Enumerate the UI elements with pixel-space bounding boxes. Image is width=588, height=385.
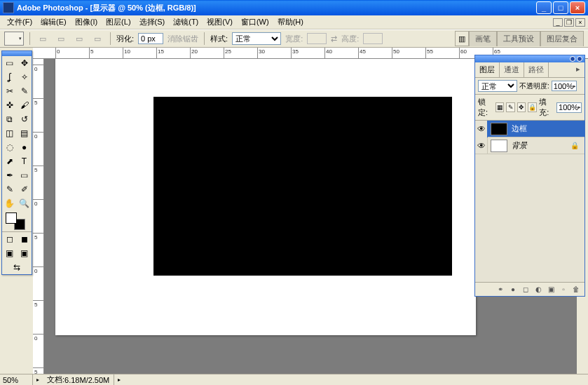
tab-channels[interactable]: 通道 bbox=[500, 62, 524, 77]
notes-tool[interactable]: ✎ bbox=[2, 182, 17, 196]
history-brush-tool[interactable]: ↺ bbox=[17, 112, 32, 126]
dock-tab-brushes[interactable]: 画笔 bbox=[469, 31, 497, 46]
visibility-toggle-icon[interactable]: 👁 bbox=[475, 121, 488, 137]
swap-wh-icon: ⇄ bbox=[331, 34, 337, 43]
layer-thumbnail[interactable] bbox=[491, 123, 507, 135]
pen-tool[interactable]: ✒ bbox=[2, 168, 17, 182]
shape-tool[interactable]: ▭ bbox=[17, 168, 32, 182]
layer-name[interactable]: 边框 bbox=[510, 123, 584, 134]
lasso-tool[interactable]: ʆ bbox=[2, 70, 17, 84]
toolbox-grip[interactable] bbox=[2, 51, 32, 56]
options-bar: ▾ ▭ ▭ ▭ ▭ 羽化: 消除锯齿 样式: 正常 宽度: ⇄ 高度: ▥ 画笔… bbox=[0, 29, 588, 48]
standard-mode-icon[interactable]: ◻ bbox=[2, 232, 17, 246]
brush-tool[interactable]: 🖌 bbox=[17, 98, 32, 112]
dock-tab-layercomps[interactable]: 图层复合 bbox=[540, 31, 584, 46]
lock-position-icon[interactable]: ✥ bbox=[517, 102, 526, 112]
status-expand-icon[interactable]: ▸ bbox=[33, 377, 43, 383]
quickmask-mode-icon[interactable]: ◼ bbox=[17, 232, 32, 246]
opacity-label: 不透明度: bbox=[519, 81, 549, 91]
hand-tool[interactable]: ✋ bbox=[2, 196, 17, 210]
layer-row-2[interactable]: 👁 背景 🔒 bbox=[475, 137, 584, 154]
layers-panel-grip[interactable] bbox=[475, 55, 584, 62]
path-select-tool[interactable]: ⬈ bbox=[2, 154, 17, 168]
panel-menu-icon[interactable]: ▸ bbox=[549, 62, 584, 77]
color-swatch[interactable] bbox=[2, 210, 32, 231]
maximize-button[interactable]: □ bbox=[553, 1, 568, 14]
wand-tool[interactable]: ✧ bbox=[17, 70, 32, 84]
layer-thumbnail[interactable] bbox=[491, 140, 507, 152]
menu-help[interactable]: 帮助(H) bbox=[273, 15, 308, 29]
new-selection-icon[interactable]: ▭ bbox=[36, 32, 50, 45]
stamp-tool[interactable]: ⧉ bbox=[2, 112, 17, 126]
fill-input[interactable]: 100%▸ bbox=[556, 102, 582, 113]
blur-tool[interactable]: ◌ bbox=[2, 140, 17, 154]
antialias-checkbox-label: 消除锯齿 bbox=[167, 34, 198, 44]
blend-mode-select[interactable]: 正常 bbox=[478, 80, 517, 92]
doc-close-button[interactable]: × bbox=[575, 18, 585, 27]
menu-layer[interactable]: 图层(L) bbox=[102, 15, 135, 29]
eraser-tool[interactable]: ◫ bbox=[2, 126, 17, 140]
document-info[interactable]: 文档:6.18M/2.50M bbox=[43, 374, 114, 385]
zoom-level[interactable]: 50% bbox=[0, 374, 33, 385]
marquee-tool[interactable]: ▭ bbox=[2, 56, 17, 70]
width-input bbox=[307, 33, 327, 44]
menu-file[interactable]: 文件(F) bbox=[3, 15, 36, 29]
add-selection-icon[interactable]: ▭ bbox=[54, 32, 68, 45]
delete-layer-icon[interactable]: 🗑 bbox=[570, 285, 582, 295]
minimize-button[interactable]: _ bbox=[536, 1, 552, 14]
menu-window[interactable]: 窗口(W) bbox=[237, 15, 273, 29]
feather-input[interactable] bbox=[138, 33, 163, 44]
lock-all-icon[interactable]: 🔒 bbox=[528, 102, 537, 112]
lock-paint-icon[interactable]: ✎ bbox=[506, 102, 514, 112]
doc-window-controls: _ ❐ × bbox=[553, 18, 585, 27]
layer-row-1[interactable]: 👁 边框 bbox=[475, 121, 584, 137]
panel-close-icon[interactable] bbox=[577, 56, 582, 62]
title-bar: Adobe Photoshop - [显示器 @ 50% (边框, RGB/8)… bbox=[0, 0, 588, 15]
panel-minimize-icon[interactable] bbox=[570, 56, 575, 62]
foreground-color[interactable] bbox=[6, 212, 17, 224]
opacity-input[interactable]: 100%▸ bbox=[552, 81, 577, 91]
style-select[interactable]: 正常 bbox=[232, 32, 281, 45]
doc-minimize-button[interactable]: _ bbox=[553, 18, 563, 27]
zoom-tool[interactable]: 🔍 bbox=[17, 196, 32, 210]
intersect-selection-icon[interactable]: ▭ bbox=[90, 32, 104, 45]
feather-label: 羽化: bbox=[116, 34, 134, 44]
layer-name[interactable]: 背景 bbox=[510, 140, 570, 151]
new-group-icon[interactable]: ▣ bbox=[545, 285, 556, 295]
dock-tab-toolpresets[interactable]: 工具预设 bbox=[497, 31, 540, 46]
lock-transparency-icon[interactable]: ▦ bbox=[495, 102, 504, 112]
document-canvas[interactable] bbox=[55, 59, 476, 335]
type-tool[interactable]: T bbox=[17, 154, 32, 168]
eyedropper-tool[interactable]: ✐ bbox=[17, 182, 32, 196]
tab-layers[interactable]: 图层 bbox=[475, 62, 500, 77]
layer-style-icon[interactable]: ● bbox=[507, 285, 519, 295]
crop-tool[interactable]: ✂ bbox=[2, 84, 17, 98]
doc-restore-button[interactable]: ❐ bbox=[564, 18, 574, 27]
status-menu-icon[interactable]: ▸ bbox=[114, 377, 124, 383]
tab-paths[interactable]: 路径 bbox=[524, 62, 549, 77]
menu-edit[interactable]: 编辑(E) bbox=[36, 15, 71, 29]
new-layer-icon[interactable]: ▫ bbox=[558, 285, 569, 295]
layer-mask-icon[interactable]: ◻ bbox=[520, 285, 531, 295]
menu-select[interactable]: 选择(S) bbox=[135, 15, 170, 29]
vertical-ruler: 0505050505 bbox=[33, 59, 44, 374]
palette-well-toggle[interactable]: ▥ bbox=[455, 31, 469, 46]
adjustment-layer-icon[interactable]: ◐ bbox=[533, 285, 544, 295]
gradient-tool[interactable]: ▤ bbox=[17, 126, 32, 140]
screen-mode-1[interactable]: ▣ bbox=[2, 246, 17, 260]
menu-view[interactable]: 视图(V) bbox=[203, 15, 237, 29]
move-tool[interactable]: ✥ bbox=[17, 56, 32, 70]
healing-tool[interactable]: ✜ bbox=[2, 98, 17, 112]
close-button[interactable]: × bbox=[570, 1, 585, 14]
menu-image[interactable]: 图像(I) bbox=[71, 15, 102, 29]
height-label: 高度: bbox=[341, 34, 359, 44]
menu-filter[interactable]: 滤镜(T) bbox=[169, 15, 203, 29]
tool-preset-picker[interactable]: ▾ bbox=[4, 32, 24, 46]
subtract-selection-icon[interactable]: ▭ bbox=[72, 32, 86, 45]
jump-to-imageready[interactable]: ⇆ bbox=[2, 260, 32, 274]
dodge-tool[interactable]: ● bbox=[17, 140, 32, 154]
link-layers-icon[interactable]: ⚭ bbox=[495, 285, 506, 295]
slice-tool[interactable]: ✎ bbox=[17, 84, 32, 98]
visibility-toggle-icon[interactable]: 👁 bbox=[475, 137, 488, 154]
screen-mode-2[interactable]: ▣ bbox=[17, 246, 32, 260]
